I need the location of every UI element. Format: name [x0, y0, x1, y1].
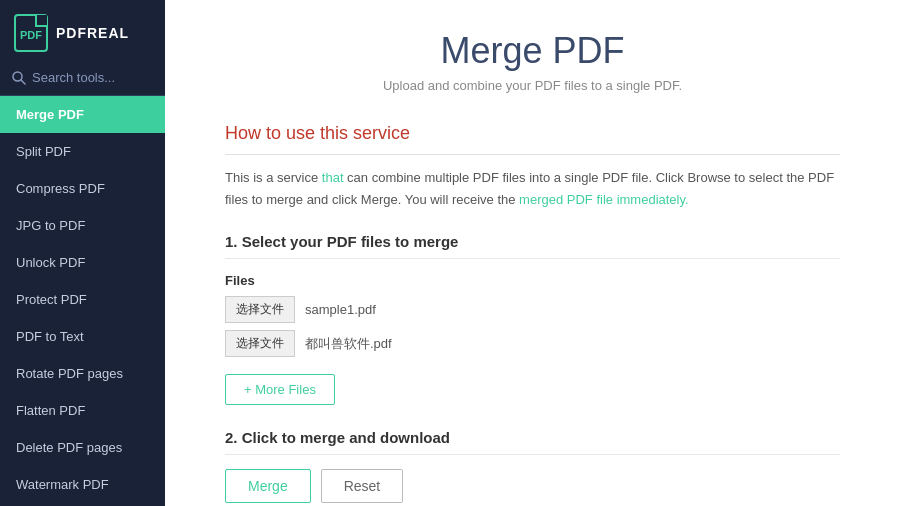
sidebar-item-watermark-pdf[interactable]: Watermark PDF — [0, 466, 165, 503]
sidebar-item-jpg-to-pdf[interactable]: JPG to PDF — [0, 207, 165, 244]
sidebar-item-unlock-pdf[interactable]: Unlock PDF — [0, 244, 165, 281]
logo-area: PDF PDFREAL — [0, 0, 165, 64]
search-area[interactable] — [0, 64, 165, 96]
step2-title: 2. Click to merge and download — [225, 429, 840, 455]
file-row-2: 选择文件 都叫兽软件.pdf — [225, 330, 840, 357]
file-name-1: sample1.pdf — [305, 302, 376, 317]
file-row-1: 选择文件 sample1.pdf — [225, 296, 840, 323]
description: This is a service that can combine multi… — [225, 167, 840, 211]
sidebar-item-rotate-pdf-pages[interactable]: Rotate PDF pages — [0, 355, 165, 392]
nav-list: Merge PDFSplit PDFCompress PDFJPG to PDF… — [0, 96, 165, 506]
file-choose-btn-1[interactable]: 选择文件 — [225, 296, 295, 323]
sidebar-item-protect-pdf[interactable]: Protect PDF — [0, 281, 165, 318]
step1-title: 1. Select your PDF files to merge — [225, 233, 840, 259]
how-to-rest: ow to use this service — [238, 123, 410, 143]
search-icon — [12, 71, 26, 85]
logo-text: PDFREAL — [56, 25, 129, 41]
action-buttons: Merge Reset — [225, 469, 840, 503]
sidebar-item-delete-pdf-pages[interactable]: Delete PDF pages — [0, 429, 165, 466]
logo-pdf-text: PDF — [20, 29, 42, 41]
desc-link-merged[interactable]: merged PDF file immediately. — [519, 192, 689, 207]
sidebar-item-merge-pdf[interactable]: Merge PDF — [0, 96, 165, 133]
files-label: Files — [225, 273, 840, 288]
sidebar-item-compress-pdf[interactable]: Compress PDF — [0, 170, 165, 207]
sidebar-item-split-pdf[interactable]: Split PDF — [0, 133, 165, 170]
page-title: Merge PDF — [225, 30, 840, 72]
merge-button[interactable]: Merge — [225, 469, 311, 503]
sidebar-item-flatten-pdf[interactable]: Flatten PDF — [0, 392, 165, 429]
search-input[interactable] — [32, 70, 153, 85]
svg-line-1 — [21, 80, 25, 84]
sidebar-item-pdf-to-text[interactable]: PDF to Text — [0, 318, 165, 355]
sidebar: PDF PDFREAL Merge PDFSplit PDFCompress P… — [0, 0, 165, 506]
desc-link-that[interactable]: that — [322, 170, 344, 185]
logo-icon: PDF — [14, 14, 48, 52]
main-content: Merge PDF Upload and combine your PDF fi… — [165, 0, 900, 506]
page-subtitle: Upload and combine your PDF files to a s… — [225, 78, 840, 93]
file-choose-btn-2[interactable]: 选择文件 — [225, 330, 295, 357]
more-files-button[interactable]: + More Files — [225, 374, 335, 405]
desc-text: This is a service — [225, 170, 322, 185]
how-to-use-title: How to use this service — [225, 123, 840, 155]
reset-button[interactable]: Reset — [321, 469, 404, 503]
h-letter: H — [225, 123, 238, 143]
file-name-2: 都叫兽软件.pdf — [305, 335, 392, 353]
